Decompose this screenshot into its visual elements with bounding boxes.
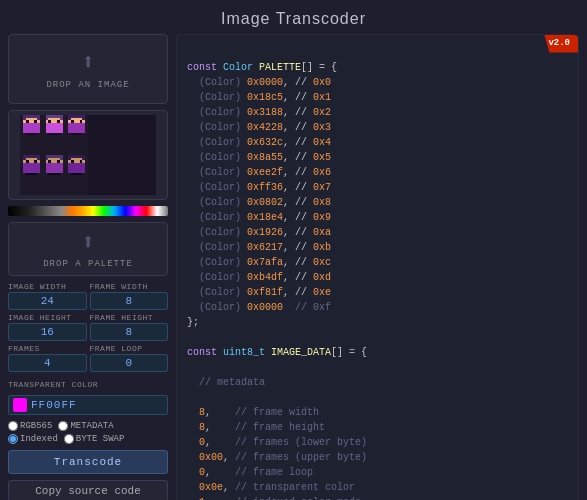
app-title: Image Transcoder <box>0 0 587 34</box>
metadata-option[interactable]: METADATA <box>58 421 113 431</box>
rgb565-radio[interactable] <box>8 421 18 431</box>
image-preview <box>8 110 168 200</box>
transparent-color-row <box>8 395 168 415</box>
fields-grid: IMAGE WIDTH FRAME WIDTH IMAGE HEIGHT FRA… <box>8 282 168 372</box>
byte-swap-radio[interactable] <box>64 434 74 444</box>
transcode-button[interactable]: Transcode <box>8 450 168 474</box>
frame-loop-label: FRAME LOOP <box>90 344 169 353</box>
copy-button[interactable]: Copy source code <box>8 480 168 500</box>
palette-upload-icon: ⬆ <box>81 229 94 256</box>
image-height-group: IMAGE HEIGHT <box>8 313 87 341</box>
rgb565-option[interactable]: RGB565 <box>8 421 52 431</box>
drop-image-zone[interactable]: ⬆ DROP AN IMAGE <box>8 34 168 104</box>
frames-label: FRAMES <box>8 344 87 353</box>
code-panel[interactable]: v2.0 const Color PALETTE[] = { (Color) 0… <box>176 34 579 500</box>
drop-palette-zone[interactable]: ⬆ DROP A PALETTE <box>8 222 168 276</box>
drop-palette-label: DROP A PALETTE <box>43 259 133 269</box>
upload-icon: ⬆ <box>81 49 94 76</box>
indexed-radio[interactable] <box>8 434 18 444</box>
left-panel: ⬆ DROP AN IMAGE ⬆ DROP A PALETTE IMAGE W… <box>8 34 168 500</box>
frame-width-label: FRAME WIDTH <box>90 282 169 291</box>
version-badge: v2.0 <box>544 35 578 53</box>
code-block: const Color PALETTE[] = { (Color) 0x0000… <box>187 45 568 500</box>
transparent-color-input[interactable] <box>31 399 163 411</box>
main-content: ⬆ DROP AN IMAGE ⬆ DROP A PALETTE IMAGE W… <box>0 34 587 500</box>
indexed-option[interactable]: Indexed <box>8 434 58 444</box>
drop-image-label: DROP AN IMAGE <box>46 80 129 90</box>
image-width-label: IMAGE WIDTH <box>8 282 87 291</box>
rgb565-label: RGB565 <box>20 421 52 431</box>
app-container: Image Transcoder ⬆ DROP AN IMAGE ⬆ DROP … <box>0 0 587 500</box>
image-height-label: IMAGE HEIGHT <box>8 313 87 322</box>
color-swatch[interactable] <box>13 398 27 412</box>
options-row: RGB565 METADATA Indexed BYTE SWAP <box>8 421 168 444</box>
options-subrow-1: RGB565 METADATA <box>8 421 168 431</box>
byte-swap-label: BYTE SWAP <box>76 434 125 444</box>
frame-loop-input[interactable] <box>90 354 169 372</box>
frame-height-label: FRAME HEIGHT <box>90 313 169 322</box>
preview-canvas <box>20 115 156 195</box>
frames-input[interactable] <box>8 354 87 372</box>
frame-loop-group: FRAME LOOP <box>90 344 169 372</box>
frames-group: FRAMES <box>8 344 87 372</box>
metadata-radio[interactable] <box>58 421 68 431</box>
metadata-label: METADATA <box>70 421 113 431</box>
frame-width-group: FRAME WIDTH <box>90 282 169 310</box>
indexed-label: Indexed <box>20 434 58 444</box>
image-height-input[interactable] <box>8 323 87 341</box>
options-subrow-2: Indexed BYTE SWAP <box>8 434 168 444</box>
transparent-color-label: TRANSPARENT COLOR <box>8 380 168 389</box>
image-width-input[interactable] <box>8 292 87 310</box>
image-width-group: IMAGE WIDTH <box>8 282 87 310</box>
byte-swap-option[interactable]: BYTE SWAP <box>64 434 125 444</box>
frame-height-group: FRAME HEIGHT <box>90 313 169 341</box>
frame-width-input[interactable] <box>90 292 169 310</box>
palette-strip <box>8 206 168 216</box>
frame-height-input[interactable] <box>90 323 169 341</box>
